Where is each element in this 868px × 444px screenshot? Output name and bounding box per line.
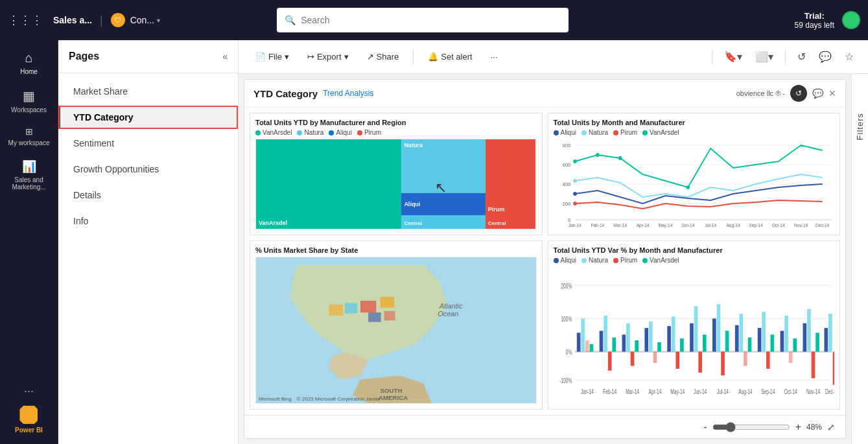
line-chart-title: Total Units by Month and Manufacturer bbox=[554, 119, 835, 126]
svg-point-24 bbox=[618, 156, 622, 160]
svg-rect-56 bbox=[604, 316, 607, 352]
line-chart: Total Units by Month and Manufacturer Al… bbox=[548, 113, 841, 235]
svg-rect-69 bbox=[675, 352, 679, 369]
filters-panel[interactable]: Filters bbox=[851, 74, 868, 444]
bar-legend-vanarsdel: VanArsdel bbox=[642, 257, 679, 264]
svg-rect-55 bbox=[599, 331, 603, 351]
bookmark-button[interactable]: 🔖▾ bbox=[720, 47, 746, 67]
file-button[interactable]: 📄 File ▾ bbox=[249, 48, 296, 65]
page-item-details[interactable]: Details bbox=[58, 183, 238, 207]
fullscreen-zoom-icon[interactable]: ⤢ bbox=[827, 422, 835, 432]
search-input[interactable] bbox=[301, 15, 561, 25]
share-button[interactable]: ↗ Share bbox=[360, 48, 406, 65]
svg-rect-36 bbox=[345, 303, 357, 314]
sidebar-label-workspaces: Workspaces bbox=[11, 106, 47, 113]
report-charts: Total Units YTD by Manufacturer and Regi… bbox=[244, 108, 845, 415]
svg-text:800: 800 bbox=[562, 143, 570, 148]
svg-rect-97 bbox=[832, 352, 834, 385]
legend-label-pirum: Pirum bbox=[364, 129, 381, 136]
svg-rect-84 bbox=[762, 312, 766, 351]
page-item-growth-opportunities[interactable]: Growth Opportunities bbox=[58, 158, 238, 181]
workspace-selector[interactable]: Con... ▾ bbox=[130, 15, 160, 25]
zoom-minus-button[interactable]: - bbox=[703, 421, 707, 433]
legend-natura: Natura bbox=[297, 129, 323, 136]
sidebar-item-sales-marketing[interactable]: 📊 Sales and Marketing... bbox=[3, 154, 55, 196]
zoom-bar: - + 48% ⤢ bbox=[244, 415, 845, 438]
svg-rect-88 bbox=[784, 316, 788, 352]
star-button[interactable]: ☆ bbox=[841, 47, 858, 67]
svg-text:100%: 100% bbox=[561, 315, 572, 323]
sidebar-item-workspaces[interactable]: ▦ Workspaces bbox=[3, 83, 55, 119]
svg-rect-78 bbox=[725, 331, 729, 351]
svg-point-22 bbox=[573, 159, 577, 163]
treemap-legend: VanArsdel Natura Aliqui bbox=[255, 129, 537, 136]
avatar[interactable] bbox=[842, 11, 860, 29]
report-title: YTD Category bbox=[253, 88, 318, 99]
svg-rect-61 bbox=[630, 352, 634, 366]
svg-text:0%: 0% bbox=[565, 348, 572, 356]
svg-rect-91 bbox=[803, 323, 806, 352]
treemap-visual: VanArsdel Natura Aliqui Central Pirum Ce… bbox=[255, 139, 537, 229]
export-button[interactable]: ↦ Export ▾ bbox=[301, 48, 355, 65]
svg-rect-74 bbox=[702, 334, 706, 351]
zoom-slider[interactable] bbox=[712, 422, 790, 432]
svg-text:Feb-14: Feb-14 bbox=[591, 223, 604, 228]
svg-rect-70 bbox=[680, 338, 684, 351]
svg-rect-34 bbox=[384, 311, 395, 321]
bar-chart-title: Total Units YTD Var % by Month and Manuf… bbox=[554, 246, 835, 254]
svg-text:Mar-14: Mar-14 bbox=[613, 223, 627, 228]
search-bar[interactable]: 🔍 bbox=[277, 8, 569, 32]
toolbar-separator-1 bbox=[413, 49, 414, 65]
close-icon[interactable]: ✕ bbox=[828, 88, 836, 99]
svg-text:Jan-14: Jan-14 bbox=[580, 388, 593, 396]
refresh-button[interactable]: ↺ bbox=[793, 47, 810, 67]
trial-info: Trial: 59 days left bbox=[795, 11, 834, 30]
toolbar-separator-3 bbox=[785, 49, 786, 65]
powerbi-label: Power BI bbox=[15, 426, 43, 434]
map-copyright: © 2023 Microsoft Corporation Janita bbox=[297, 396, 380, 402]
page-item-info[interactable]: Info bbox=[58, 209, 238, 233]
svg-rect-52 bbox=[581, 318, 585, 351]
topbar-divider: | bbox=[100, 14, 103, 27]
comment-button[interactable]: 💬 bbox=[815, 47, 836, 67]
map-svg: Atlantic Ocean SOUTH AMERICA bbox=[256, 257, 536, 403]
svg-rect-81 bbox=[744, 352, 747, 366]
file-chevron-icon: ▾ bbox=[285, 52, 289, 62]
line-dot-vanarsdel bbox=[642, 130, 648, 135]
line-chart-svg: 800 600 400 200 0 bbox=[554, 139, 835, 229]
treemap-title: Total Units YTD by Manufacturer and Regi… bbox=[255, 119, 537, 126]
sidebar-item-home[interactable]: ⌂ Home bbox=[3, 45, 55, 80]
svg-text:Oct-14: Oct-14 bbox=[771, 223, 784, 228]
more-options-button[interactable]: ··· bbox=[484, 48, 504, 65]
line-legend-pirum: Pirum bbox=[613, 129, 637, 136]
legend-pirum: Pirum bbox=[357, 129, 381, 136]
svg-text:Jan-14: Jan-14 bbox=[568, 223, 581, 228]
report-comment-icon[interactable]: 💬 bbox=[812, 88, 823, 99]
fullscreen-button[interactable]: ⬜▾ bbox=[751, 47, 777, 67]
bar-chart-svg: 200% 100% 0% -100% bbox=[554, 266, 835, 404]
svg-rect-77 bbox=[721, 352, 725, 376]
bar-dot-aliqui bbox=[554, 258, 559, 263]
bar-legend-natura: Natura bbox=[581, 257, 608, 264]
more-items-icon[interactable]: ··· bbox=[24, 384, 34, 398]
legend-label-aliqui: Aliqui bbox=[336, 129, 351, 136]
page-item-sentiment[interactable]: Sentiment bbox=[58, 132, 238, 155]
svg-rect-33 bbox=[368, 312, 381, 322]
map-chart: % Units Market Share by State bbox=[250, 240, 543, 410]
zoom-plus-button[interactable]: + bbox=[795, 421, 801, 433]
svg-text:Atlantic: Atlantic bbox=[439, 302, 463, 310]
workspace-name: Con... bbox=[130, 15, 154, 25]
page-item-ytd-category[interactable]: YTD Category bbox=[58, 106, 238, 129]
svg-point-26 bbox=[573, 179, 577, 183]
report-refresh-icon[interactable]: ↺ bbox=[790, 85, 807, 102]
app-menu-icon[interactable]: ⋮⋮⋮ bbox=[8, 13, 43, 27]
bar-legend-pirum: Pirum bbox=[613, 257, 637, 264]
svg-text:400: 400 bbox=[562, 181, 570, 187]
report-subtitle: Trend Analysis bbox=[323, 89, 373, 98]
set-alert-button[interactable]: 🔔 Set alert bbox=[421, 48, 478, 65]
collapse-button[interactable]: « bbox=[222, 51, 228, 62]
sidebar-item-my-workspace[interactable]: ⊞ My workspace bbox=[3, 121, 55, 152]
report-header: YTD Category Trend Analysis obvience llc… bbox=[244, 80, 845, 108]
svg-rect-67 bbox=[667, 326, 671, 351]
page-item-market-share[interactable]: Market Share bbox=[58, 80, 238, 103]
